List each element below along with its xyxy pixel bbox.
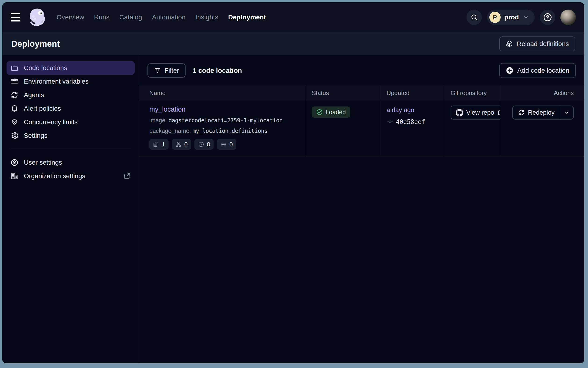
status-label: Loaded [326,109,346,116]
assets-icon [153,141,159,147]
nav-item-automation[interactable]: Automation [152,14,186,21]
definition-count-chips: 1 0 [149,139,298,150]
assets-count-chip[interactable]: 1 [149,139,169,150]
plus-circle-icon [506,66,514,74]
search-button[interactable] [466,9,482,25]
refresh-icon [518,109,525,116]
sensors-count-chip[interactable]: 0 [217,139,236,150]
image-meta: image: dagstercodelocati…2759-1-mylocati… [149,117,298,124]
page-title: Deployment [11,39,60,49]
sidebar-item-label: Organization settings [24,172,85,180]
redeploy-button[interactable]: Redeploy [513,106,560,119]
sidebar-item-label: Settings [24,132,47,139]
sidebar-item-organization-settings[interactable]: Organization settings [7,169,135,183]
code-location-count: 1 code location [193,67,242,74]
code-location-link[interactable]: my_location [149,106,186,113]
help-button[interactable] [540,9,555,25]
chevron-down-icon [563,109,570,116]
column-header-name: Name [139,85,305,101]
commit-icon [387,118,394,125]
filter-button-label: Filter [164,67,179,74]
sidebar-item-environment-variables[interactable]: Environment variables [7,75,135,88]
sidebar-item-label: Alert policies [24,105,61,112]
sidebar-item-agents[interactable]: Agents [7,88,135,102]
bell-icon [10,104,19,113]
env-vars-icon [10,77,19,86]
column-header-git-repository: Git repository [445,85,500,101]
sidebar-item-user-settings[interactable]: User settings [7,156,135,169]
sync-icon [10,91,19,99]
sidebar-item-label: Concurrency limits [24,118,78,126]
redeploy-label: Redeploy [528,109,555,116]
external-link-icon [123,172,131,180]
column-header-actions: Actions [500,85,584,101]
assets-count: 1 [162,141,165,148]
building-icon [10,172,19,180]
column-header-status: Status [305,85,380,101]
sidebar-item-settings[interactable]: Settings [7,129,135,142]
git-repository-cell: View repo [445,101,500,156]
filter-funnel-icon [154,67,161,74]
page-header: Deployment Reload definitions [2,32,584,55]
sidebar-item-label: User settings [24,159,62,166]
deployment-initial-badge: P [489,12,501,23]
add-code-location-button[interactable]: Add code location [499,63,576,78]
deployment-name: prod [504,14,519,21]
commit-hash: 40e58eef [396,118,425,125]
toolbar: Filter 1 code location Add code location [139,55,584,85]
status-badge: Loaded [312,106,350,118]
jobs-count-chip[interactable]: 0 [172,139,191,150]
sidebar-item-label: Code locations [24,64,67,72]
redeploy-more-button[interactable] [560,106,573,119]
deployment-sidebar: Code locations Environment variables [2,55,139,363]
folder-icon [10,64,19,72]
user-circle-icon [10,158,19,167]
schedules-count-chip[interactable]: 0 [194,139,214,150]
search-icon [470,13,478,21]
view-repo-button[interactable]: View repo [451,106,500,120]
reload-definitions-label: Reload definitions [517,40,569,48]
nav-item-runs[interactable]: Runs [94,14,109,21]
github-icon [456,109,463,116]
name-cell: my_location image: dagstercodelocati…275… [139,101,305,156]
sidebar-item-label: Agents [24,91,44,99]
nav-item-insights[interactable]: Insights [195,14,218,21]
package-meta: package_name: my_location.definitions [149,128,298,134]
sidebar-item-code-locations[interactable]: Code locations [7,61,135,75]
sidebar-item-alert-policies[interactable]: Alert policies [7,102,135,115]
top-nav: Overview Runs Catalog Automation Insight… [2,2,584,32]
check-circle-icon [316,109,323,116]
hamburger-menu-icon[interactable] [11,13,20,21]
sidebar-divider [10,149,131,149]
external-link-icon [497,109,500,116]
jobs-count: 0 [184,141,187,148]
deployment-switcher[interactable]: P prod [487,9,535,25]
layers-icon [10,118,19,126]
nav-item-catalog[interactable]: Catalog [119,14,142,21]
nav-item-overview[interactable]: Overview [57,14,84,21]
dagster-octopus-logo[interactable] [28,7,48,27]
code-location-row: my_location image: dagstercodelocati…275… [139,101,584,156]
redeploy-split-button: Redeploy [512,106,574,120]
status-cell: Loaded [305,101,380,156]
nav-links: Overview Runs Catalog Automation Insight… [57,14,266,21]
gear-icon [10,131,19,140]
job-graph-icon [175,141,182,147]
nav-item-deployment[interactable]: Deployment [228,14,266,21]
sidebar-item-label: Environment variables [24,78,89,85]
add-code-location-label: Add code location [517,67,569,74]
code-locations-panel: Filter 1 code location Add code location… [139,55,584,363]
view-repo-label: View repo [466,109,494,116]
reload-definitions-icon [506,40,513,48]
updated-time-link[interactable]: a day ago [387,106,414,114]
sensor-icon [220,141,227,147]
filter-button[interactable]: Filter [147,63,186,78]
updated-cell: a day ago 40e58eef [380,101,445,156]
reload-definitions-button[interactable]: Reload definitions [499,37,575,51]
schedules-count: 0 [207,141,210,148]
commit-info: 40e58eef [387,118,440,125]
chevron-down-icon [522,14,529,20]
user-avatar[interactable] [560,9,576,25]
clock-icon [198,141,204,147]
sidebar-item-concurrency-limits[interactable]: Concurrency limits [7,115,135,129]
